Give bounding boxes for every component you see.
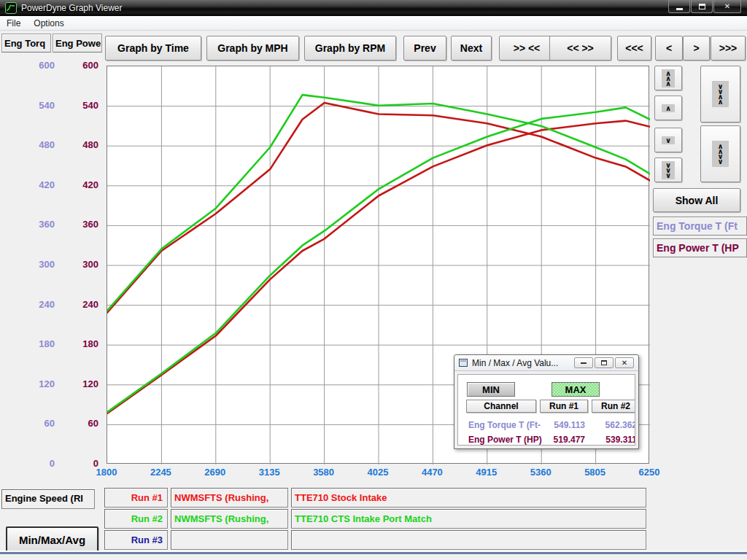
scroll-down-fast-icon: ∨∨∨	[662, 161, 675, 179]
legend-eng-power[interactable]: Eng Power T (HP	[653, 238, 747, 257]
y-tick-torque-360: 360	[4, 219, 55, 230]
scroll-far-right-button[interactable]: >>>	[711, 36, 746, 61]
menu-file[interactable]: File	[0, 17, 27, 30]
column-header-run2-label: Run #2	[601, 401, 630, 411]
tab-eng-torque-label: Eng Torq	[4, 38, 45, 49]
dialog-close-button[interactable]: ✕	[615, 357, 634, 368]
run-file-2: NWMSFTS (Rushing,	[174, 513, 268, 524]
scroll-down-icon: ∨	[662, 136, 675, 144]
scroll-up-icon: ∧	[662, 104, 675, 112]
run-desc-2: TTE710 CTS Intake Port Match	[295, 513, 432, 524]
zoom-out-button[interactable]: << >>	[549, 36, 611, 61]
legend-eng-power-label: Eng Power T (HP	[657, 242, 739, 254]
graph-by-rpm-button[interactable]: Graph by RPM	[304, 36, 396, 61]
y-tick-power-60: 60	[58, 418, 98, 429]
run-file-1: NWMSFTS (Rushing,	[174, 492, 268, 503]
x-tick-4915: 4915	[465, 467, 508, 478]
scroll-up-fast-button[interactable]: ∧∧∧	[654, 66, 682, 90]
dialog-maximize-button[interactable]	[595, 357, 614, 368]
column-header-run1[interactable]: Run #1	[540, 400, 588, 413]
maximize-button[interactable]	[691, 0, 713, 13]
run-desc-box-3[interactable]	[291, 530, 646, 550]
y-tick-torque-600: 600	[4, 60, 55, 71]
x-tick-6250: 6250	[627, 467, 671, 478]
run-file-box-3[interactable]	[171, 530, 288, 550]
max-button[interactable]: MAX	[551, 382, 600, 397]
y-tick-power-480: 480	[58, 139, 98, 150]
scroll-up-button[interactable]: ∧	[654, 96, 682, 120]
compress-scale-icon: ∨∨∧∧	[712, 81, 728, 107]
graph-by-mph-button[interactable]: Graph by MPH	[206, 36, 299, 61]
minmax-row-channel: Eng Torque T (Ft-	[468, 420, 541, 430]
run-label-box-1[interactable]: Run #1	[104, 488, 168, 508]
minmax-row-channel: Eng Power T (HP)	[468, 435, 542, 445]
scroll-right-button[interactable]: >	[683, 36, 710, 61]
y-tick-power-240: 240	[58, 299, 98, 310]
dialog-minimize-button[interactable]	[574, 357, 593, 368]
scroll-far-left-button[interactable]: <<<	[617, 36, 651, 61]
y-tick-torque-480: 480	[4, 139, 55, 150]
run-label-box-3[interactable]: Run #3	[104, 530, 168, 550]
run-file-box-1[interactable]: NWMSFTS (Rushing,	[171, 488, 288, 508]
minmax-row-run1-value: 549.113	[540, 420, 585, 430]
run-label-3: Run #3	[131, 534, 163, 545]
x-axis-channel-label: Engine Speed (RI	[2, 490, 94, 504]
legend-eng-torque[interactable]: Eng Torque T (Ft	[653, 217, 747, 236]
minmaxavg-button-label: Min/Max/Avg	[19, 534, 85, 546]
y-tick-torque-0: 0	[4, 458, 55, 469]
column-header-channel[interactable]: Channel	[466, 400, 536, 413]
run-desc-box-2[interactable]: TTE710 CTS Intake Port Match	[291, 509, 646, 529]
scroll-left-button[interactable]: <	[655, 36, 683, 61]
title-bar[interactable]: PowerDyne Graph Viewer ✕	[0, 0, 747, 16]
y-tick-torque-300: 300	[4, 259, 55, 270]
minmax-dialog-title: Min / Max / Avg Valu...	[472, 358, 558, 368]
y-tick-torque-240: 240	[4, 299, 55, 310]
zoom-in-button[interactable]: >> <<	[499, 36, 554, 61]
dialog-icon	[459, 359, 468, 367]
minimize-button[interactable]	[668, 0, 690, 13]
show-all-button[interactable]: Show All	[653, 188, 740, 212]
x-tick-3135: 3135	[247, 467, 291, 478]
close-button[interactable]: ✕	[713, 0, 741, 13]
column-header-run1-label: Run #1	[549, 401, 578, 411]
tab-eng-power[interactable]: Eng Powe	[53, 34, 102, 52]
menu-options[interactable]: Options	[27, 17, 70, 30]
y-tick-torque-180: 180	[4, 338, 55, 349]
next-button[interactable]: Next	[451, 36, 492, 61]
expand-scale-button[interactable]: ∧∧∨∨	[700, 125, 740, 182]
y-tick-power-300: 300	[58, 259, 98, 270]
x-tick-5360: 5360	[519, 467, 562, 478]
min-button[interactable]: MIN	[467, 382, 515, 397]
x-tick-3580: 3580	[302, 467, 346, 478]
graph-by-time-button[interactable]: Graph by Time	[105, 36, 201, 61]
menu-bar: File Options	[0, 16, 747, 31]
x-tick-4025: 4025	[356, 467, 400, 478]
y-tick-power-420: 420	[58, 179, 98, 190]
prev-button[interactable]: Prev	[403, 36, 446, 61]
max-button-label: MAX	[565, 384, 587, 395]
x-axis-channel-box[interactable]: Engine Speed (RI	[1, 489, 95, 509]
minmax-dialog-titlebar[interactable]: Min / Max / Avg Valu... ✕	[454, 355, 638, 371]
column-header-run2[interactable]: Run #2	[592, 400, 635, 413]
x-tick-2690: 2690	[193, 467, 237, 478]
y-tick-power-360: 360	[58, 219, 98, 230]
show-all-label: Show All	[676, 195, 719, 206]
run-file-box-2[interactable]: NWMSFTS (Rushing,	[171, 509, 288, 529]
scroll-up-fast-icon: ∧∧∧	[662, 69, 675, 88]
minmax-dialog-body: MIN MAX Channel Run #1 Run #2 Eng Torque…	[457, 374, 635, 446]
expand-scale-icon: ∧∧∨∨	[712, 141, 728, 167]
y-tick-torque-120: 120	[4, 378, 55, 389]
minmax-dialog[interactable]: Min / Max / Avg Valu... ✕ MIN MAX Channe…	[454, 354, 639, 449]
run-desc-box-1[interactable]: TTE710 Stock Intake	[291, 488, 646, 508]
compress-scale-button[interactable]: ∨∨∧∧	[700, 66, 740, 122]
scroll-down-button[interactable]: ∨	[654, 128, 682, 152]
run-label-box-2[interactable]: Run #2	[104, 509, 168, 529]
tab-eng-torque[interactable]: Eng Torq	[1, 34, 51, 52]
minmax-row-run2-value: 539.311	[592, 435, 635, 445]
y-tick-power-120: 120	[58, 378, 98, 389]
run-label-2: Run #2	[131, 513, 163, 524]
y-tick-torque-540: 540	[4, 100, 55, 111]
scroll-down-fast-button[interactable]: ∨∨∨	[654, 158, 682, 182]
minmaxavg-button[interactable]: Min/Max/Avg	[6, 526, 98, 553]
y-tick-power-180: 180	[58, 338, 98, 349]
